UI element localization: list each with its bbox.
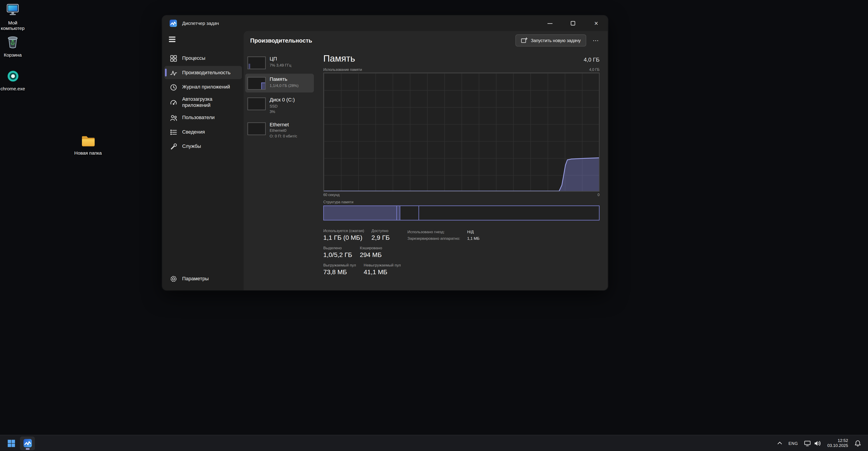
memory-scale-max: 4,0 ГБ	[589, 67, 600, 71]
tray-language-button[interactable]: ENG	[786, 436, 801, 450]
maximize-icon	[571, 21, 575, 26]
desktop-icon-recycle-bin[interactable]: Корзина	[0, 34, 29, 58]
sidebar-item-label: Журнал приложений	[182, 84, 230, 90]
maximize-button[interactable]	[561, 16, 585, 31]
ethernet-mini-graph	[248, 122, 266, 135]
hamburger-icon	[169, 37, 175, 38]
recycle-bin-icon	[6, 34, 20, 50]
sidebar-item-label: Пользователи	[182, 115, 215, 120]
perf-item-cpu[interactable]: ЦП 7% 3,49 ГГц	[245, 53, 314, 72]
stat-cached: Кэшировано 294 МБ	[360, 246, 382, 258]
gear-icon	[170, 275, 177, 282]
perf-item-detail: О: 0 П: 0 кбит/с	[270, 134, 297, 140]
tray-show-hidden-icons-button[interactable]	[775, 436, 785, 450]
app-history-icon	[170, 83, 177, 91]
sidebar-item-label: Автозагрузка приложений	[182, 96, 231, 108]
memory-usage-area-fill	[324, 158, 599, 191]
sidebar-item-startup-apps[interactable]: Автозагрузка приложений	[164, 95, 242, 110]
perf-item-detail: 7% 3,49 ГГц	[270, 62, 291, 68]
perf-item-disk[interactable]: Диск 0 (C:) SSD 3%	[245, 94, 314, 117]
perf-item-name: Память	[270, 77, 299, 83]
cpu-mini-graph	[248, 57, 266, 69]
desktop-icon-label: Новая папка	[74, 150, 102, 156]
ellipsis-icon: ⋯	[593, 37, 599, 43]
services-icon	[170, 143, 177, 150]
close-icon: ×	[594, 20, 598, 27]
sidebar-item-label: Параметры	[182, 276, 209, 282]
taskbar: ENG 12:52 03.10.2025	[0, 435, 868, 451]
stat-non-paged-pool: Невыгружаемый пул 41,1 МБ	[364, 263, 401, 275]
memory-usage-area-line	[324, 158, 599, 191]
composition-segment-modified	[397, 206, 400, 220]
perf-item-ethernet[interactable]: Ethernet Ethernet0 О: 0 П: 0 кбит/с	[245, 119, 314, 142]
disk-mini-graph	[248, 97, 266, 110]
clock-time: 12:52	[827, 438, 848, 443]
memory-stats: Используется (сжатая) 1,1 ГБ (0 МБ) Дост…	[323, 229, 600, 280]
page-title: Производительность	[250, 37, 312, 44]
folder-icon	[81, 135, 95, 148]
windows-logo-icon	[7, 439, 16, 447]
sidebar-item-performance[interactable]: Производительность	[164, 66, 242, 79]
minimize-icon	[547, 23, 552, 24]
memory-composition-bar	[323, 206, 600, 220]
desktop-icon-label: Корзина	[4, 52, 22, 58]
sidebar-item-services[interactable]: Службы	[164, 140, 242, 153]
perf-item-name: Ethernet	[270, 122, 297, 128]
notification-center-button[interactable]	[851, 436, 864, 450]
sidebar-item-details[interactable]: Сведения	[164, 125, 242, 139]
composition-segment-in-use	[324, 206, 397, 220]
startup-apps-icon	[170, 99, 177, 106]
language-indicator: ENG	[788, 441, 798, 446]
desktop-icon-chrome[interactable]: chrome.exe	[0, 70, 29, 91]
sidebar-item-app-history[interactable]: Журнал приложений	[164, 80, 242, 94]
more-options-button[interactable]: ⋯	[589, 34, 602, 47]
axis-label-right: 0	[598, 193, 600, 197]
perf-item-detail: 1,1/4,0 ГБ (28%)	[270, 83, 299, 89]
perf-item-detail: Ethernet0	[270, 128, 297, 134]
tray-network-volume-button[interactable]	[801, 436, 824, 450]
memory-detail-panel: Память 4,0 ГБ Использование памяти 4,0 Г…	[323, 53, 600, 290]
run-new-task-label: Запустить новую задачу	[531, 38, 581, 43]
memory-composition-label: Структура памяти	[323, 200, 600, 204]
taskbar-task-manager-button[interactable]	[20, 436, 35, 450]
window-title: Диспетчер задач	[182, 21, 219, 26]
users-icon	[170, 114, 177, 121]
window-titlebar[interactable]: Диспетчер задач ×	[162, 16, 608, 31]
composition-segment-free	[419, 206, 599, 220]
desktop-icon-my-computer[interactable]: Мой компьютер	[0, 3, 29, 31]
network-icon	[804, 440, 811, 446]
sidebar-item-settings[interactable]: Параметры	[164, 272, 242, 285]
memory-total: 4,0 ГБ	[584, 57, 599, 64]
desktop-icon-new-folder[interactable]: Новая папка	[71, 135, 105, 156]
desktop-icon-label: Мой компьютер	[0, 20, 29, 31]
nav-menu-button[interactable]	[166, 33, 183, 46]
perf-item-memory[interactable]: Память 1,1/4,0 ГБ (28%)	[245, 73, 314, 92]
stat-committed: Выделено 1,0/5,2 ГБ	[323, 246, 360, 258]
sidebar-item-label: Сведения	[182, 129, 205, 135]
sidebar-item-label: Службы	[182, 143, 201, 149]
chevron-up-icon	[777, 442, 782, 445]
axis-label-left: 60 секунд	[323, 193, 340, 197]
computer-icon	[5, 3, 20, 18]
desktop: Мой компьютер Корзина chrome.exe	[0, 0, 868, 451]
memory-mini-graph	[248, 77, 266, 90]
composition-segment-standby	[400, 206, 419, 220]
taskbar-clock[interactable]: 12:52 03.10.2025	[825, 438, 851, 448]
perf-item-name: Диск 0 (C:)	[270, 97, 294, 103]
run-new-task-button[interactable]: Запустить новую задачу	[515, 34, 586, 47]
start-button[interactable]	[4, 436, 19, 450]
performance-metric-list: ЦП 7% 3,49 ГГц Память 1,1/4,0 ГБ (28%)	[245, 53, 314, 290]
new-task-icon	[521, 37, 527, 44]
close-button[interactable]: ×	[585, 16, 608, 31]
stat-paged-pool: Выгружаемый пул 73,8 МБ	[323, 263, 364, 275]
memory-title: Память	[323, 53, 355, 64]
sidebar-item-processes[interactable]: Процессы	[164, 52, 242, 65]
stat-hardware-reserved: Зарезервировано аппаратно: 1,1 МБ	[407, 236, 479, 242]
volume-icon	[814, 440, 821, 446]
sidebar-item-label: Производительность	[182, 69, 230, 76]
details-icon	[170, 128, 177, 136]
chrome-icon	[6, 70, 19, 84]
task-manager-window: Диспетчер задач ×	[162, 16, 608, 290]
minimize-button[interactable]	[538, 16, 561, 31]
sidebar-item-users[interactable]: Пользователи	[164, 111, 242, 124]
